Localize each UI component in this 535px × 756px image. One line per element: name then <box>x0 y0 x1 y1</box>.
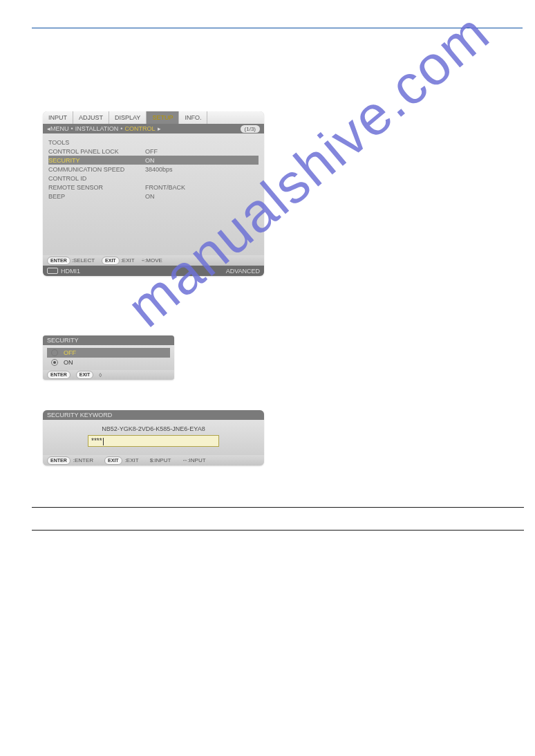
menu-footer: ENTER:SELECT EXIT:EXIT ÷:MOVE <box>43 255 264 266</box>
security-panel: SECURITY OFF ON ENTER EXIT ◊ <box>43 335 174 380</box>
breadcrumb-sep-icon: • <box>71 125 73 132</box>
security-panel-title: SECURITY <box>43 335 174 345</box>
crumb-menu: MENU <box>50 125 69 132</box>
radio-icon <box>51 359 58 366</box>
hdmi-icon <box>47 268 58 274</box>
security-panel-footer: ENTER EXIT ◊ <box>43 370 174 380</box>
move-hint: ÷:MOVE <box>142 257 162 264</box>
tab-display[interactable]: DISPLAY <box>109 111 147 124</box>
menu-body: TOOLS CONTROL PANEL LOCK OFF SECURITY ON… <box>43 133 264 255</box>
row-control-panel-lock[interactable]: CONTROL PANEL LOCK OFF <box>48 147 259 156</box>
row-label: COMMUNICATION SPEED <box>48 166 145 173</box>
keyword-input[interactable]: **** <box>88 435 219 447</box>
row-tools[interactable]: TOOLS <box>48 138 259 147</box>
caret-icon <box>103 438 104 445</box>
tab-input[interactable]: INPUT <box>43 111 73 124</box>
row-label: REMOTE SENSOR <box>48 184 145 191</box>
exit-hint: :EXIT <box>125 457 139 463</box>
status-bar: HDMI1 ADVANCED <box>43 266 264 276</box>
exit-pill: EXIT <box>102 257 120 265</box>
crumb-installation: INSTALLATION <box>75 125 119 132</box>
row-value: OFF <box>145 148 259 155</box>
row-communication-speed[interactable]: COMMUNICATION SPEED 38400bps <box>48 165 259 174</box>
enter-hint: :ENTER <box>73 457 93 463</box>
row-label: TOOLS <box>48 139 145 146</box>
rule-mid-1 <box>32 507 524 508</box>
rule-mid-2 <box>32 530 524 531</box>
status-mode: ADVANCED <box>226 268 260 275</box>
page-indicator: (1/3) <box>241 125 260 133</box>
tab-info[interactable]: INFO. <box>179 111 207 124</box>
row-label: BEEP <box>48 193 145 200</box>
exit-pill: EXIT <box>104 457 122 465</box>
status-port: HDMI1 <box>61 268 80 275</box>
security-keyword-panel: SECURITY KEYWORD NB52-YGK8-2VD6-K585-JNE… <box>43 410 264 465</box>
chevron-right-icon: ▸ <box>158 125 161 132</box>
row-value: 38400bps <box>145 166 259 173</box>
security-keyword-footer: ENTER:ENTER EXIT:EXIT $:INPUT ↔:INPUT <box>43 455 264 465</box>
setup-menu-osd: INPUT ADJUST DISPLAY SETUP INFO. ◂ MENU … <box>43 111 264 276</box>
menu-tabs: INPUT ADJUST DISPLAY SETUP INFO. <box>43 111 264 124</box>
input-hint-2: ↔:INPUT <box>182 457 205 463</box>
updown-hint: ◊ <box>99 372 102 378</box>
input-hint-1: $:INPUT <box>150 457 171 463</box>
tab-adjust[interactable]: ADJUST <box>73 111 109 124</box>
keyword-input-value: **** <box>91 437 102 445</box>
tab-setup[interactable]: SETUP <box>147 111 179 124</box>
crumb-control: CONTROL <box>125 125 156 132</box>
breadcrumb-sep-icon: • <box>120 125 122 132</box>
enter-hint: :SELECT <box>72 257 95 264</box>
row-value: ON <box>145 193 259 200</box>
security-option-on[interactable]: ON <box>47 358 170 367</box>
radio-label: OFF <box>64 349 76 356</box>
security-keyword-title: SECURITY KEYWORD <box>43 410 264 420</box>
keycode-text: NB52-YGK8-2VD6-K585-JNE6-EYA8 <box>50 425 257 432</box>
enter-pill: ENTER <box>47 257 71 265</box>
row-remote-sensor[interactable]: REMOTE SENSOR FRONT/BACK <box>48 183 259 192</box>
security-keyword-body: NB52-YGK8-2VD6-K585-JNE6-EYA8 **** <box>43 420 264 455</box>
enter-pill: ENTER <box>47 371 71 379</box>
row-label: CONTROL PANEL LOCK <box>48 148 145 155</box>
row-security[interactable]: SECURITY ON <box>48 156 259 165</box>
row-value: FRONT/BACK <box>145 184 259 191</box>
exit-pill: EXIT <box>76 371 94 379</box>
breadcrumb: ◂ MENU • INSTALLATION • CONTROL ▸ (1/3) <box>43 124 264 133</box>
row-label: SECURITY <box>48 157 145 164</box>
row-value: ON <box>145 157 259 164</box>
exit-hint: :EXIT <box>121 257 135 264</box>
enter-pill: ENTER <box>47 457 71 465</box>
row-beep[interactable]: BEEP ON <box>48 192 259 201</box>
rule-top <box>32 28 523 28</box>
row-label: CONTROL ID <box>48 175 145 182</box>
row-control-id[interactable]: CONTROL ID <box>48 174 259 183</box>
security-panel-body: OFF ON <box>43 345 174 370</box>
security-option-off[interactable]: OFF <box>47 348 170 358</box>
radio-label: ON <box>64 359 73 366</box>
radio-icon <box>51 349 58 356</box>
